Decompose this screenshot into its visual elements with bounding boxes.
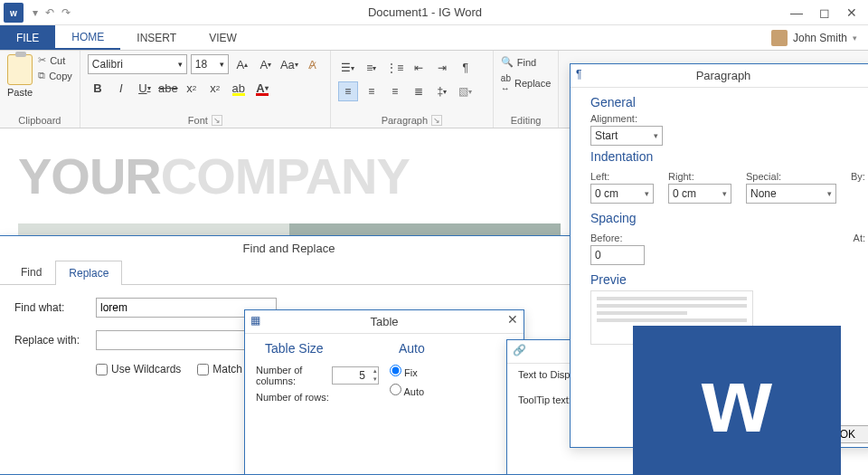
- paragraph-group: ☰▾ ≡▾ ⋮≡ ⇤ ⇥ ¶ ≡ ≡ ≡ ≣ ‡▾ ▧▾ Paragraph↘: [331, 51, 494, 128]
- tab-strip: FILE HOME INSERT VIEW John Smith ▾: [0, 25, 868, 51]
- font-name-select[interactable]: Calibri▾: [88, 54, 187, 74]
- paste-button[interactable]: Paste: [7, 54, 33, 98]
- minimize-icon[interactable]: —: [790, 5, 803, 20]
- grow-font-button[interactable]: A▴: [232, 54, 252, 74]
- shrink-font-button[interactable]: A▾: [256, 54, 276, 74]
- app-icon: w: [4, 3, 24, 23]
- autofit-head: Auto: [390, 337, 513, 359]
- table-icon: ▦: [250, 314, 260, 327]
- numbering-button[interactable]: ≡▾: [362, 58, 382, 78]
- cut-button[interactable]: ✂Cut: [38, 54, 72, 66]
- wildcards-checkbox[interactable]: Use Wildcards: [96, 363, 181, 375]
- alignment-select[interactable]: Start▾: [590, 126, 663, 146]
- increase-indent-button[interactable]: ⇥: [432, 58, 452, 78]
- highlight-button[interactable]: ab: [229, 78, 249, 98]
- left-label: Left:: [590, 171, 654, 182]
- clipboard-group: Paste ✂Cut ⧉Copy Clipboard: [0, 51, 80, 128]
- right-label: Right:: [668, 171, 731, 182]
- table-dialog: ▦ Table ✕ Table Size Number of columns: …: [244, 309, 524, 475]
- replace-button[interactable]: ab↔Replace: [501, 71, 551, 95]
- italic-button[interactable]: I: [111, 78, 131, 98]
- table-size-head: Table Size: [256, 337, 379, 359]
- paragraph-dialog-launcher[interactable]: ↘: [431, 115, 442, 126]
- find-tab[interactable]: Find: [7, 260, 55, 284]
- by-label: By:: [851, 171, 865, 182]
- autofit-radio[interactable]: Auto: [390, 384, 424, 397]
- before-spacing-input[interactable]: 0: [590, 245, 645, 265]
- bold-button[interactable]: B: [88, 78, 108, 98]
- general-head: General: [581, 91, 865, 113]
- file-tab[interactable]: FILE: [0, 25, 55, 50]
- qat-dropdown-icon[interactable]: ▾: [33, 6, 38, 19]
- replace-tab[interactable]: Replace: [55, 261, 122, 285]
- font-color-button[interactable]: A▾: [252, 78, 272, 98]
- find-replace-title: Find and Replace: [243, 242, 335, 255]
- editing-label: Editing: [511, 115, 542, 126]
- paragraph-label: Paragraph: [382, 115, 428, 126]
- editing-group: 🔍Find ab↔Replace Editing: [494, 51, 559, 128]
- multilevel-button[interactable]: ⋮≡: [385, 58, 405, 78]
- line-spacing-button[interactable]: ‡▾: [432, 81, 452, 101]
- title-bar: w ▾ ↶ ↷ Document1 - IG Word — ◻ ✕: [0, 0, 868, 25]
- justify-button[interactable]: ≣: [409, 81, 429, 101]
- avatar: [771, 30, 788, 46]
- right-indent-input[interactable]: 0 cm▾: [668, 184, 731, 204]
- user-name: John Smith: [793, 32, 847, 44]
- font-dialog-launcher[interactable]: ↘: [212, 115, 222, 126]
- find-what-label: Find what:: [14, 301, 87, 314]
- num-columns-input[interactable]: 5: [332, 366, 379, 385]
- insert-tab[interactable]: INSERT: [120, 25, 193, 50]
- font-size-select[interactable]: 18▾: [191, 54, 229, 74]
- alignment-label: Alignment:: [590, 113, 865, 124]
- at-label: At:: [854, 233, 865, 243]
- indent-head: Indentation: [581, 146, 865, 167]
- binoculars-icon: 🔍: [501, 56, 514, 68]
- chevron-down-icon: ▾: [853, 33, 857, 43]
- subscript-button[interactable]: x2: [182, 78, 202, 98]
- align-center-button[interactable]: ≡: [362, 81, 382, 101]
- view-tab[interactable]: VIEW: [193, 25, 253, 50]
- align-left-button[interactable]: ≡: [338, 81, 358, 101]
- close-icon[interactable]: ✕: [507, 312, 518, 327]
- special-select[interactable]: None▾: [746, 184, 836, 204]
- font-label: Font: [188, 115, 208, 126]
- superscript-button[interactable]: x2: [205, 78, 225, 98]
- align-right-button[interactable]: ≡: [385, 81, 405, 101]
- font-group: Calibri▾ 18▾ A▴ A▾ Aa▾ A̷ B I U▾ abe x2 …: [80, 51, 331, 128]
- left-indent-input[interactable]: 0 cm▾: [590, 184, 654, 204]
- find-button[interactable]: 🔍Find: [501, 54, 536, 70]
- home-tab[interactable]: HOME: [55, 25, 120, 50]
- decrease-indent-button[interactable]: ⇤: [409, 58, 429, 78]
- paragraph-title: Paragraph: [696, 69, 751, 82]
- copy-button[interactable]: ⧉Copy: [38, 70, 72, 81]
- close-icon[interactable]: ✕: [846, 5, 857, 20]
- num-columns-label: Number of columns:: [256, 365, 332, 386]
- word-tile: w: [633, 326, 841, 475]
- maximize-icon[interactable]: ◻: [819, 5, 830, 20]
- change-case-button[interactable]: Aa▾: [279, 54, 299, 74]
- num-rows-label: Number of rows:: [256, 392, 329, 403]
- window-title: Document1 - IG Word: [71, 5, 779, 19]
- fixed-width-radio[interactable]: Fix: [390, 365, 418, 378]
- pilcrow-icon: ¶: [576, 68, 581, 81]
- svg-text:w: w: [9, 8, 17, 18]
- clear-format-button[interactable]: A̷: [303, 54, 323, 74]
- show-marks-button[interactable]: ¶: [456, 58, 476, 78]
- copy-icon: ⧉: [38, 70, 45, 81]
- before-label: Before:: [590, 233, 645, 243]
- strike-button[interactable]: abe: [158, 78, 178, 98]
- underline-button[interactable]: U▾: [135, 78, 155, 98]
- bullets-button[interactable]: ☰▾: [338, 58, 358, 78]
- replace-with-label: Replace with:: [14, 334, 87, 347]
- link-icon: 🔗: [513, 344, 526, 356]
- replace-icon: ab↔: [501, 73, 511, 93]
- clipboard-icon: [7, 54, 33, 85]
- undo-icon[interactable]: ↶: [45, 6, 54, 19]
- redo-icon[interactable]: ↷: [61, 6, 71, 19]
- special-label: Special:: [746, 171, 836, 182]
- scissors-icon: ✂: [38, 54, 46, 66]
- preview-head: Previe: [581, 269, 865, 290]
- user-menu[interactable]: John Smith ▾: [771, 25, 868, 50]
- shading-button[interactable]: ▧▾: [456, 81, 476, 101]
- table-title: Table: [370, 315, 398, 328]
